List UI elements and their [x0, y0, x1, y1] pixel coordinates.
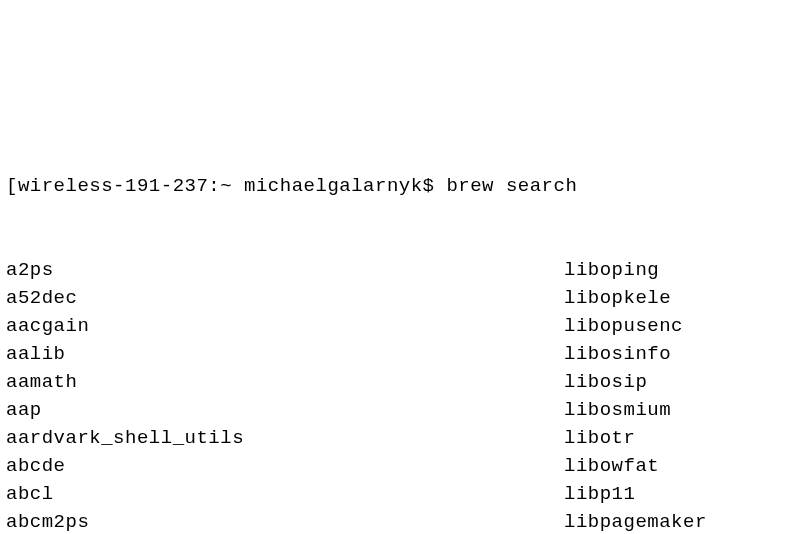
package-item: a52dec [6, 284, 564, 312]
command-text: brew search [446, 175, 577, 197]
package-item: libosip [564, 368, 790, 396]
package-item: libp11 [564, 480, 790, 508]
package-item: abcm2ps [6, 508, 564, 534]
package-item: aacgain [6, 312, 564, 340]
package-item: libopusenc [564, 312, 790, 340]
package-item: libosinfo [564, 340, 790, 368]
prompt-sep: :~ [208, 175, 244, 197]
package-item: libopkele [564, 284, 790, 312]
package-item: a2ps [6, 256, 564, 284]
package-item: aap [6, 396, 564, 424]
package-item: aamath [6, 368, 564, 396]
package-item: libotr [564, 424, 790, 452]
package-item: libpagemaker [564, 508, 790, 534]
package-item: liboping [564, 256, 790, 284]
prompt-dollar: $ [423, 175, 447, 197]
package-item: aalib [6, 340, 564, 368]
prompt-host: wireless-191-237 [18, 175, 208, 197]
package-item: libowfat [564, 452, 790, 480]
prompt-user: michaelgalarnyk [244, 175, 423, 197]
package-column-right: liboping libopkele libopusenc libosinfo … [564, 256, 790, 534]
prompt-line: [wireless-191-237:~ michaelgalarnyk$ bre… [6, 172, 790, 200]
package-item: abcl [6, 480, 564, 508]
package-column-left: a2ps a52dec aacgain aalib aamath aap aar… [6, 256, 564, 534]
package-item: libosmium [564, 396, 790, 424]
package-item: abcde [6, 452, 564, 480]
results-columns: a2ps a52dec aacgain aalib aamath aap aar… [6, 256, 790, 534]
terminal-window[interactable]: [wireless-191-237:~ michaelgalarnyk$ bre… [6, 116, 790, 534]
prompt-bracket: [ [6, 175, 18, 197]
package-item: aardvark_shell_utils [6, 424, 564, 452]
